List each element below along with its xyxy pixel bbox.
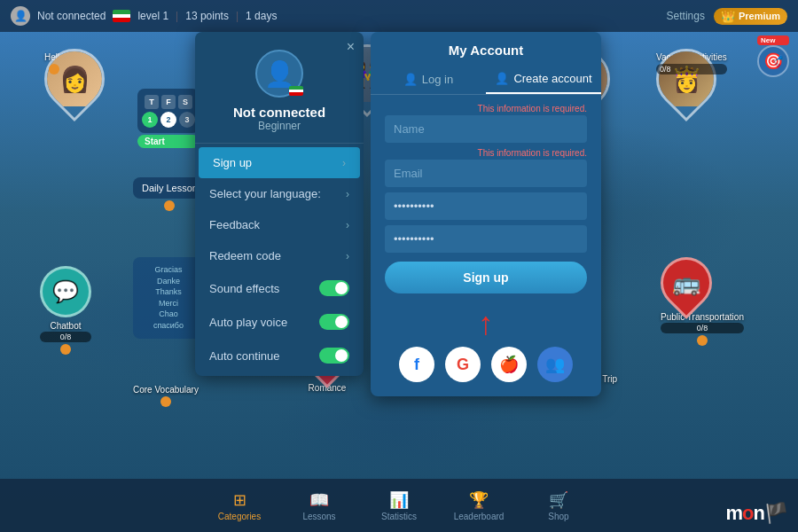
menu-item-sound[interactable]: Sound effects <box>195 271 364 305</box>
nav-categories[interactable]: ⊞ Categories <box>200 485 279 527</box>
close-button[interactable]: × <box>347 39 355 55</box>
leaderboard-icon: 🏆 <box>469 490 489 510</box>
chevron-icon-redeem: › <box>346 250 349 262</box>
account-tabs: 👤 Log in 👤 Create account <box>371 65 601 95</box>
community-login-button[interactable]: 👥 <box>537 347 573 382</box>
menu-item-signup-label: Sign up <box>213 156 252 169</box>
social-login-row: f G 🍎 👥 <box>371 347 601 382</box>
menu-item-language[interactable]: Select your language: › <box>195 178 364 209</box>
google-icon: G <box>457 356 469 374</box>
crown-icon: 👑 <box>721 10 735 23</box>
apple-icon: 🍎 <box>499 355 519 374</box>
password-input[interactable] <box>385 192 587 220</box>
side-menu-header: 👤 Not connected Beginner <box>195 32 364 144</box>
menu-item-autocontinue[interactable]: Auto continue <box>195 339 364 372</box>
avatar-icon: 👤 <box>264 59 295 89</box>
confirm-password-input[interactable] <box>385 225 587 253</box>
login-icon: 👤 <box>403 73 418 86</box>
menu-item-redeem[interactable]: Redeem code › <box>195 240 364 271</box>
toggle-sound[interactable] <box>319 280 349 296</box>
arrow-up-icon: ↑ <box>478 308 494 340</box>
separator-2: | <box>236 10 239 22</box>
chevron-icon-feedback: › <box>346 219 349 231</box>
categories-label: Categories <box>218 512 261 521</box>
topbar-username: Not connected <box>37 10 106 22</box>
tab-login-label: Log in <box>422 73 453 86</box>
nav-shop[interactable]: 🛒 Shop <box>519 485 598 527</box>
menu-item-feedback-label: Feedback <box>209 218 260 231</box>
create-icon: 👤 <box>495 72 509 85</box>
topbar-points: 13 points <box>185 10 229 22</box>
menu-avatar: 👤 <box>255 50 303 98</box>
name-input[interactable] <box>385 115 587 143</box>
categories-icon: ⊞ <box>233 490 246 510</box>
email-input[interactable] <box>385 160 587 187</box>
statistics-label: Statistics <box>381 512 417 521</box>
user-avatar-small: 👤 <box>11 6 30 26</box>
chevron-icon-language: › <box>346 188 349 200</box>
statistics-icon: 📊 <box>389 490 409 510</box>
arrow-indicator: ↑ <box>371 308 601 340</box>
nav-statistics[interactable]: 📊 Statistics <box>359 485 439 527</box>
menu-item-autoplay[interactable]: Auto play voice <box>195 305 364 339</box>
menu-item-autoplay-label: Auto play voice <box>209 316 287 329</box>
topbar-level: level 1 <box>137 10 168 22</box>
menu-item-signup[interactable]: Sign up › <box>199 147 360 178</box>
bottom-navigation: ⊞ Categories 📖 Lessons 📊 Statistics 🏆 Le… <box>0 479 798 532</box>
facebook-icon: f <box>414 356 419 374</box>
topbar: 👤 Not connected level 1 | 13 points | 1 … <box>0 0 798 32</box>
toggle-autoplay[interactable] <box>319 314 349 330</box>
community-icon: 👥 <box>545 355 565 374</box>
premium-button[interactable]: 👑 Premium <box>714 8 787 25</box>
menu-item-sound-label: Sound effects <box>209 282 279 295</box>
flag-icon <box>113 10 130 22</box>
menu-level: Beginner <box>258 120 301 132</box>
facebook-login-button[interactable]: f <box>399 347 434 382</box>
menu-item-redeem-label: Redeem code <box>209 249 281 262</box>
error-name: This information is required. <box>385 104 587 113</box>
signup-button[interactable]: Sign up <box>385 262 587 293</box>
chevron-icon-signup: › <box>342 157 346 169</box>
nav-lessons[interactable]: 📖 Lessons <box>279 485 359 527</box>
modal-title: My Account <box>371 32 601 65</box>
shop-icon: 🛒 <box>549 490 568 510</box>
tab-create-label: Create account <box>513 72 591 85</box>
settings-button[interactable]: Settings <box>667 10 705 22</box>
shop-label: Shop <box>548 512 568 521</box>
tab-create[interactable]: 👤 Create account <box>486 65 601 94</box>
menu-item-feedback[interactable]: Feedback › <box>195 209 364 240</box>
app-logo: mon🏴 <box>726 502 787 525</box>
lessons-label: Lessons <box>302 512 335 521</box>
topbar-left: 👤 Not connected level 1 | 13 points | 1 … <box>11 6 658 26</box>
menu-flag <box>289 86 303 96</box>
lessons-icon: 📖 <box>309 490 329 510</box>
leaderboard-label: Leaderboard <box>454 512 505 521</box>
error-email: This information is required. <box>385 148 587 158</box>
menu-item-autocontinue-label: Auto continue <box>209 349 280 363</box>
apple-login-button[interactable]: 🍎 <box>491 347 527 382</box>
toggle-autocontinue[interactable] <box>319 348 349 364</box>
nav-leaderboard[interactable]: 🏆 Leaderboard <box>439 485 519 527</box>
topbar-right: Settings 👑 Premium <box>667 8 787 25</box>
side-menu: × 👤 Not connected Beginner Sign up › Sel… <box>195 32 364 376</box>
account-form: This information is required. This infor… <box>371 95 601 302</box>
topbar-days: 1 days <box>246 10 277 22</box>
premium-label: Premium <box>739 11 780 21</box>
menu-item-language-label: Select your language: <box>209 187 321 200</box>
menu-username: Not connected <box>233 105 325 120</box>
account-modal: My Account 👤 Log in 👤 Create account Thi… <box>371 32 601 396</box>
google-login-button[interactable]: G <box>445 347 481 382</box>
separator-1: | <box>176 10 178 22</box>
tab-login[interactable]: 👤 Log in <box>371 65 486 94</box>
menu-items-list: Sign up › Select your language: › Feedba… <box>195 144 364 376</box>
